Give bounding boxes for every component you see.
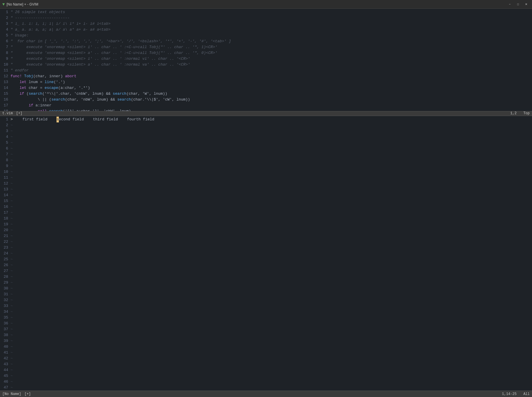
tilde-26: 26~ [0,262,532,268]
tilde-3: 3~ [0,128,532,134]
code-line-11: 11 " endfor [0,68,532,73]
bottom-scroll: All [523,392,530,396]
tilde-42: 42~ [0,356,532,361]
code-line-13: 13 let lnum = line('.') [0,79,532,85]
tilde-40: 40~ [0,344,532,350]
tilde-31: 31~ [0,291,532,297]
tilde-46: 46~ [0,379,532,385]
tilde-17: 17~ [0,210,532,216]
tilde-11: 11~ [0,175,532,181]
close-button[interactable]: ✕ [523,1,530,7]
top-modified: [+] [16,111,22,115]
tilde-8: 8~ [0,157,532,163]
tilde-44: 44~ [0,367,532,373]
tilde-33: 33~ [0,303,532,309]
tilde-12: 12~ [0,181,532,187]
tilde-29: 29~ [0,280,532,286]
code-line-9: 9 " execute 'onoremap <silent> i' .. cha… [0,56,532,62]
tilde-21: 21~ [0,233,532,239]
tilde-6: 6~ [0,146,532,152]
status-bar-top: t.vim [+] 1,2 Top [0,111,532,116]
tilde-27: 27~ [0,268,532,274]
tilde-39: 39~ [0,338,532,344]
tilde-16: 16~ [0,204,532,210]
app-icon: ▼ [2,2,5,7]
tilde-45: 45~ [0,373,532,379]
tilde-25: 25~ [0,257,532,262]
bottom-filename: [No Name] [2,392,21,396]
window-controls: − □ ✕ [506,1,530,7]
tilde-28: 28~ [0,274,532,280]
code-line-3: 3 " i_ i. i: i, i; i| i/ i\ i* i+ i- i# … [0,21,532,27]
top-scroll: Top [523,111,530,115]
top-code-pane[interactable]: 1 " 26 simple text objects 2 " ---------… [0,9,532,111]
tilde-41: 41~ [0,350,532,356]
tilde-24: 24~ [0,251,532,257]
tilde-34: 34~ [0,309,532,315]
tilde-13: 13~ [0,187,532,192]
code-line-1: 1 " 26 simple text objects [0,9,532,15]
bottom-code-pane[interactable]: 1 > first field second field third field… [0,116,532,397]
tilde-47: 47~ [0,385,532,391]
tilde-37: 37~ [0,326,532,332]
tilde-20: 20~ [0,227,532,233]
code-line-2: 2 " ------------------------ [0,15,532,21]
titlebar: ▼ [No Name] + - GVIM − □ ✕ [0,0,532,9]
tilde-32: 32~ [0,297,532,303]
tilde-19: 19~ [0,222,532,227]
tilde-22: 22~ [0,239,532,245]
tilde-2: 2~ [0,122,532,128]
code-line-10: 10 " execute 'onoremap <silent> a' .. ch… [0,62,532,68]
code-line-18: 18 call search('[^'.a:char.']', 'cbW', l… [0,108,532,111]
code-line-12: 12 func! Tobj(char, inner) abort [0,73,532,79]
status-bar-bottom: [No Name] [+] 1,14-25 All [0,391,532,397]
tilde-7: 7~ [0,152,532,157]
tilde-15: 15~ [0,198,532,204]
code-line-17: 17 if a:inner [0,103,532,108]
tilde-35: 35~ [0,315,532,321]
cursor-char: s [57,117,59,122]
code-line-6: 6 " for char in [ '_', '.', ':', ',', ';… [0,38,532,44]
third-field: third field [93,117,118,122]
tilde-18: 18~ [0,216,532,222]
bottom-line-1: 1 > first field second field third field… [0,117,532,122]
bottom-content: 1 > first field second field third field… [0,116,532,397]
code-line-8: 8 " execute 'xnoremap <silent> a' .. cha… [0,50,532,56]
tilde-14: 14~ [0,192,532,198]
fourth-field: fourth field [127,117,154,122]
tilde-10: 10~ [0,169,532,175]
code-line-14: 14 let char = escape(a:char, '.*') [0,85,532,91]
minimize-button[interactable]: − [506,1,513,7]
bottom-position: 1,14-25 [502,392,517,396]
second-field-rest: econd field [59,117,84,122]
tilde-43: 43~ [0,361,532,367]
tilde-5: 5~ [0,140,532,146]
tilde-30: 30~ [0,286,532,291]
title-text: [No Name] + - GVIM [6,2,38,6]
code-line-5: 5 " Usage: [0,33,532,38]
tilde-4: 4~ [0,134,532,140]
code-line-16: 16 \ || (search(char, 'nbW', lnum) && se… [0,97,532,103]
code-area-top: 1 " 26 simple text objects 2 " ---------… [0,9,532,111]
code-line-15: 15 if (search('^\\|'.char, 'cnbW', lnum)… [0,91,532,97]
tilde-36: 36~ [0,321,532,326]
tilde-23: 23~ [0,245,532,251]
bottom-modified: [+] [24,392,31,396]
editor-container: 1 " 26 simple text objects 2 " ---------… [0,9,532,397]
tilde-9: 9~ [0,163,532,169]
code-line-7: 7 " execute 'xnoremap <silent> i' .. cha… [0,44,532,50]
top-position: 1,2 [510,111,517,115]
code-line-4: 4 " a_ a. a: a, a; a| a/ a\ a* a+ a- a# … [0,27,532,33]
tilde-38: 38~ [0,332,532,338]
top-filename: t.vim [2,111,13,115]
maximize-button[interactable]: □ [515,1,522,7]
first-field: first field [22,117,47,122]
